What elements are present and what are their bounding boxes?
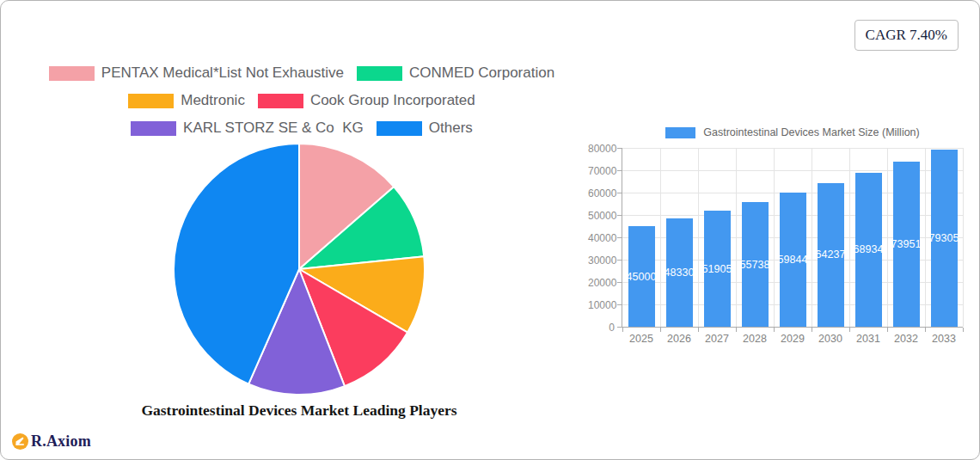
legend-swatch — [258, 94, 303, 108]
pie-chart — [170, 140, 428, 398]
x-tick-mark — [812, 328, 812, 332]
pie-chart-title: Gastrointestinal Devices Market Leading … — [127, 402, 471, 420]
x-tick-label-2026: 2026 — [660, 333, 698, 345]
bar-value-label: 68934 — [854, 243, 884, 255]
y-tick-mark — [617, 237, 622, 238]
legend-label: Others — [429, 120, 473, 137]
y-tick-mark — [617, 193, 622, 193]
y-tick-label: 70000 — [588, 165, 615, 177]
v-gridline — [887, 148, 888, 327]
legend-item-cook-group-incorporated[interactable]: Cook Group Incorporated — [258, 92, 475, 109]
legend-item-conmed-corporation[interactable]: CONMED Corporation — [357, 64, 554, 82]
bar-legend-label: Gastrointestinal Devices Market Size (Mi… — [703, 126, 919, 138]
legend-label: CONMED Corporation — [409, 64, 554, 82]
x-tick-label-2030: 2030 — [812, 333, 849, 345]
legend-label: KARL STORZ SE & Co KG — [183, 120, 364, 137]
brand-logo-icon — [12, 433, 28, 450]
bar-value-label: 48330 — [665, 267, 695, 279]
x-tick-mark — [887, 328, 888, 332]
legend-label: PENTAX Medical*List Not Exhaustive — [101, 64, 344, 82]
x-tick-mark — [925, 328, 926, 332]
legend-swatch — [377, 121, 422, 136]
x-tick-mark — [774, 328, 775, 332]
bar-value-label: 59844 — [778, 254, 808, 266]
v-gridline — [660, 148, 661, 327]
brand-logo: R.Axiom — [12, 432, 91, 451]
bar-2026: 48330 — [666, 218, 693, 327]
bar-2032: 73951 — [893, 162, 920, 327]
bar-2028: 55738 — [742, 202, 769, 327]
bar-legend-swatch — [665, 127, 695, 138]
legend-item-pentax-medical-list-not-exhaustive[interactable]: PENTAX Medical*List Not Exhaustive — [49, 64, 344, 82]
bar-2033: 79305 — [931, 150, 958, 327]
bar-value-label: 79305 — [929, 232, 959, 244]
legend-row: PENTAX Medical*List Not ExhaustiveCONMED… — [49, 64, 554, 82]
bar-2031: 68934 — [855, 173, 882, 327]
y-tick-label: 60000 — [588, 187, 615, 199]
x-tick-label-2025: 2025 — [622, 333, 660, 345]
x-tick-label-2028: 2028 — [736, 333, 774, 345]
bar-value-label: 55738 — [740, 259, 770, 271]
v-gridline — [963, 148, 964, 327]
legend-swatch — [357, 66, 402, 81]
legend-swatch — [128, 94, 174, 108]
bar-2025: 45000 — [628, 226, 655, 327]
pie-legend: PENTAX Medical*List Not ExhaustiveCONMED… — [35, 64, 568, 137]
x-tick-label-2032: 2032 — [887, 333, 925, 345]
legend-row: KARL STORZ SE & Co KGOthers — [131, 120, 473, 137]
legend-item-karl-storz-se-co-kg[interactable]: KARL STORZ SE & Co KG — [131, 120, 364, 137]
y-tick-mark — [617, 304, 622, 305]
y-tick-mark — [617, 260, 622, 261]
bar-value-label: 73951 — [891, 238, 922, 250]
y-tick-label: 30000 — [588, 255, 615, 267]
y-tick-label: 0 — [588, 322, 615, 334]
legend-swatch — [49, 66, 95, 81]
v-gridline — [698, 148, 699, 327]
y-tick-mark — [617, 215, 622, 216]
y-tick-mark — [617, 327, 622, 328]
market-report-figure: CAGR 7.40% PENTAX Medical*List Not Exhau… — [0, 0, 980, 460]
x-tick-mark — [963, 328, 964, 332]
x-tick-mark — [698, 328, 699, 332]
legend-swatch — [131, 121, 176, 136]
legend-item-medtronic[interactable]: Medtronic — [128, 92, 245, 109]
x-tick-mark — [736, 328, 737, 332]
x-tick-label-2033: 2033 — [925, 333, 963, 345]
bar-value-label: 64237 — [816, 248, 846, 261]
h-gridline — [622, 148, 963, 149]
legend-label: Cook Group Incorporated — [310, 92, 475, 109]
y-tick-mark — [617, 148, 622, 149]
bar-value-label: 51905 — [702, 263, 732, 275]
bar-chart: Gastrointestinal Devices Market Size (Mi… — [588, 125, 977, 353]
legend-label: Medtronic — [181, 92, 245, 109]
v-gridline — [774, 148, 775, 327]
legend-item-others[interactable]: Others — [377, 120, 473, 137]
x-axis-line — [622, 327, 963, 328]
y-tick-mark — [617, 282, 622, 283]
bar-2027: 51905 — [704, 211, 731, 327]
v-gridline — [736, 148, 737, 327]
legend-row: MedtronicCook Group Incorporated — [128, 92, 475, 109]
bar-value-label: 45000 — [627, 271, 657, 283]
x-tick-mark — [660, 328, 661, 332]
brand-logo-text: R.Axiom — [31, 432, 91, 451]
x-tick-mark — [622, 328, 623, 332]
v-gridline — [925, 148, 926, 327]
bar-2030: 64237 — [818, 183, 844, 327]
y-tick-label: 10000 — [588, 299, 615, 311]
bar-2029: 59844 — [780, 193, 806, 327]
bar-plot-area: 4500048330519055573859844642376893473951… — [622, 148, 963, 327]
v-gridline — [849, 148, 850, 327]
x-tick-label-2031: 2031 — [849, 333, 887, 345]
cagr-badge: CAGR 7.40% — [854, 20, 959, 51]
x-tick-label-2027: 2027 — [698, 333, 736, 345]
y-tick-label: 20000 — [588, 277, 615, 289]
bar-chart-legend[interactable]: Gastrointestinal Devices Market Size (Mi… — [622, 126, 963, 138]
y-tick-label: 80000 — [588, 143, 615, 155]
x-tick-mark — [849, 328, 850, 332]
v-gridline — [812, 148, 812, 327]
y-tick-mark — [617, 170, 622, 171]
y-tick-label: 40000 — [588, 232, 615, 244]
y-tick-label: 50000 — [588, 210, 615, 222]
x-tick-label-2029: 2029 — [774, 333, 812, 345]
